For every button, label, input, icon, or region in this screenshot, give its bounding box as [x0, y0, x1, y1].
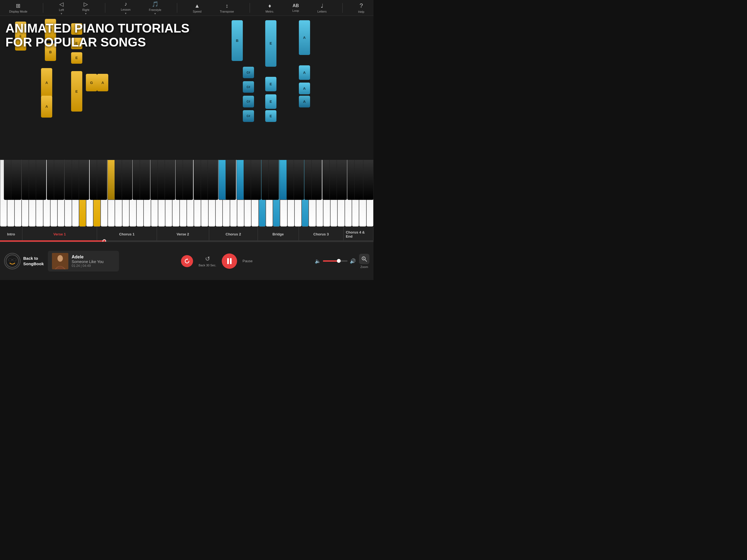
white-key[interactable]: [366, 160, 374, 227]
white-key[interactable]: [72, 160, 79, 227]
transpose-icon: ↕: [226, 3, 228, 9]
note-block: B: [45, 19, 56, 41]
note-block: A: [41, 96, 52, 118]
white-key[interactable]: [187, 160, 194, 227]
left-hand-button[interactable]: ◁ Left ▼: [56, 0, 67, 16]
back-to-songbook-button[interactable]: Back toSongBook: [4, 253, 44, 269]
white-key-active-yellow[interactable]: [93, 160, 100, 227]
progress-segment-bridge[interactable]: Bridge: [258, 227, 299, 242]
white-key[interactable]: [345, 160, 352, 227]
speed-button[interactable]: ▲ Speed: [190, 2, 204, 14]
white-key[interactable]: [86, 160, 93, 227]
speed-icon: ▲: [195, 3, 200, 9]
white-key-active-yellow[interactable]: [79, 160, 86, 227]
white-key[interactable]: [144, 160, 151, 227]
white-key[interactable]: [359, 160, 366, 227]
white-key[interactable]: [115, 160, 122, 227]
progress-segment-verse2[interactable]: Verse 2: [157, 227, 209, 242]
metro-button[interactable]: ♦ Metro.: [263, 2, 277, 14]
progress-segment-chorus3[interactable]: Chorus 3: [299, 227, 344, 242]
white-key[interactable]: [172, 160, 179, 227]
progress-segment-chorus1[interactable]: Chorus 1: [97, 227, 157, 242]
white-key[interactable]: [65, 160, 72, 227]
pause-label: Pause: [242, 259, 253, 263]
white-key[interactable]: [158, 160, 165, 227]
white-key[interactable]: [294, 160, 302, 227]
note-block: A: [299, 20, 310, 55]
right-icon: ▷: [84, 1, 88, 7]
white-key-active-blue[interactable]: [259, 160, 266, 227]
white-key[interactable]: [352, 160, 359, 227]
white-key[interactable]: [36, 160, 43, 227]
white-key[interactable]: [280, 160, 287, 227]
white-key-active-blue[interactable]: [302, 160, 309, 227]
progress-segment-chorus2[interactable]: Chorus 2: [209, 227, 258, 242]
white-key[interactable]: [251, 160, 258, 227]
white-key[interactable]: [230, 160, 237, 227]
right-hand-button[interactable]: ▷ Right ▼: [80, 0, 92, 16]
white-key[interactable]: [244, 160, 251, 227]
white-key[interactable]: [136, 160, 144, 227]
white-key-active-blue[interactable]: [273, 160, 280, 227]
song-thumb-art: [52, 253, 68, 269]
volume-low-icon: 🔈: [315, 258, 321, 264]
transpose-label: Transpose: [220, 10, 234, 13]
white-key[interactable]: [0, 160, 7, 227]
white-key[interactable]: [57, 160, 65, 227]
svg-point-6: [57, 255, 63, 262]
white-key[interactable]: [266, 160, 273, 227]
svg-line-9: [365, 260, 367, 261]
white-key[interactable]: [165, 160, 172, 227]
white-key[interactable]: [323, 160, 330, 227]
volume-slider[interactable]: [323, 260, 347, 262]
reset-button[interactable]: [181, 255, 193, 267]
white-key[interactable]: [194, 160, 201, 227]
white-key[interactable]: [122, 160, 129, 227]
help-button[interactable]: ? Help: [356, 1, 367, 15]
white-key[interactable]: [43, 160, 50, 227]
left-dropdown-icon: ▼: [60, 12, 62, 15]
freestyle-button[interactable]: 🎵 Freestyle ▼: [146, 0, 164, 16]
white-key[interactable]: [129, 160, 136, 227]
progress-segment-intro[interactable]: Intro: [0, 227, 22, 242]
white-key[interactable]: [7, 160, 14, 227]
zoom-button[interactable]: Zoom: [359, 254, 369, 269]
pause-icon: [227, 258, 232, 264]
pause-button[interactable]: [222, 253, 237, 269]
album-art-icon: [52, 253, 68, 269]
white-key[interactable]: [223, 160, 230, 227]
lesson-button[interactable]: ♪ Lesson ▼: [118, 0, 133, 16]
segment-label: Chorus 1: [119, 232, 134, 236]
letters-button[interactable]: ♩ Letters: [315, 1, 330, 14]
white-key[interactable]: [201, 160, 208, 227]
white-key[interactable]: [15, 160, 22, 227]
white-key[interactable]: [330, 160, 337, 227]
white-key[interactable]: [50, 160, 57, 227]
white-key[interactable]: [287, 160, 294, 227]
speed-label: Speed: [193, 10, 202, 13]
right-controls: 🔈 🔊 Zoom: [315, 254, 369, 269]
white-key[interactable]: [208, 160, 215, 227]
white-key[interactable]: [337, 160, 344, 227]
white-key[interactable]: [180, 160, 187, 227]
separator-1: [43, 3, 43, 13]
white-key[interactable]: [22, 160, 29, 227]
loop-button[interactable]: AB Loop: [289, 2, 302, 14]
back-30-button[interactable]: ↺ Back 30 Sec.: [199, 255, 216, 267]
transpose-button[interactable]: ↕ Transpose: [217, 2, 237, 14]
white-key[interactable]: [237, 160, 244, 227]
song-thumbnail: [52, 253, 68, 269]
white-key[interactable]: [108, 160, 115, 227]
piano-area: ANIMATED PIANO TUTORIALS FOR POPULAR SON…: [0, 16, 374, 227]
white-key[interactable]: [215, 160, 223, 227]
white-key[interactable]: [309, 160, 316, 227]
progress-segment-chorus4end[interactable]: Chorus 4 & End: [344, 227, 374, 242]
white-key[interactable]: [29, 160, 36, 227]
display-mode-button[interactable]: ⊞ Display Mode: [6, 1, 30, 14]
white-key[interactable]: [101, 160, 108, 227]
volume-fill: [323, 260, 339, 262]
progress-segment-verse1[interactable]: Verse 1: [22, 227, 97, 242]
white-key[interactable]: [316, 160, 323, 227]
note-block: E: [265, 110, 277, 122]
white-key[interactable]: [151, 160, 158, 227]
